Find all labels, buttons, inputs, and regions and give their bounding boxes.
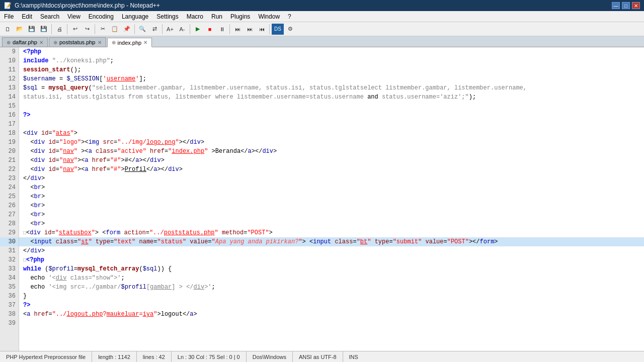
paste-button[interactable]: 📌 — [121, 24, 132, 35]
pause-button[interactable]: ⏸ — [216, 24, 227, 35]
code-line-27: <br> — [19, 210, 644, 219]
redo-button[interactable]: ↪ — [82, 24, 93, 35]
line-num-13: 13 — [0, 83, 19, 93]
print-button[interactable]: 🖨 — [54, 24, 65, 35]
code-area[interactable]: <?php include "../koneksi.php"; session_… — [19, 47, 644, 351]
menu-help[interactable]: ? — [284, 11, 295, 22]
stop-button[interactable]: ■ — [204, 24, 215, 35]
line-num-9: 9 — [0, 47, 19, 56]
code-line-29: □<div id="statusbox"> <form action="../p… — [19, 228, 644, 237]
window-controls[interactable]: — □ ✕ — [612, 2, 640, 9]
menu-bar: File Edit Search View Encoding Language … — [0, 11, 644, 22]
code-line-35: echo '<img src=../gambar/$profil[gambar]… — [19, 283, 644, 292]
cut-button[interactable]: ✂ — [97, 24, 108, 35]
code-line-15 — [19, 102, 644, 111]
tab-index-close[interactable]: ✕ — [143, 40, 147, 45]
sep4 — [134, 24, 135, 34]
line-num-19: 19 — [0, 138, 19, 147]
menu-settings[interactable]: Settings — [152, 11, 182, 22]
step-button[interactable]: ⏭ — [232, 24, 243, 35]
menu-view[interactable]: View — [63, 11, 85, 22]
open-button[interactable]: 📂 — [14, 24, 25, 35]
maximize-button[interactable]: □ — [622, 2, 630, 9]
menu-macro[interactable]: Macro — [183, 11, 207, 22]
line-num-32: 32 — [0, 255, 19, 264]
status-length: length : 1142 — [92, 351, 137, 362]
code-line-33: while ($profil=mysql_fetch_array($sql)) … — [19, 264, 644, 274]
tab-daftar-close[interactable]: ✕ — [39, 40, 43, 45]
code-line-30: <input class="st" type="text" name="stat… — [19, 237, 644, 246]
new-button[interactable]: 🗋 — [2, 24, 13, 35]
status-lines: lines : 42 — [137, 351, 172, 362]
title-bar: 📝 G:\xampp\htdocs\project\home\index.php… — [0, 0, 644, 11]
find-button[interactable]: 🔍 — [137, 24, 148, 35]
status-filetype: PHP Hypertext Preprocessor file — [0, 351, 92, 362]
code-line-14: status.isi, status.tglstatus from status… — [19, 93, 644, 102]
tab-poststatus[interactable]: ⊕ poststatus.php ✕ — [49, 37, 106, 47]
menu-search[interactable]: Search — [36, 11, 63, 22]
code-line-20: <div id="nav" ><a class="active" href="i… — [19, 147, 644, 156]
minimize-button[interactable]: — — [612, 2, 620, 9]
sep1 — [51, 24, 52, 34]
menu-run[interactable]: Run — [207, 11, 226, 22]
line-num-31: 31 — [0, 246, 19, 255]
line-num-30: 30 — [0, 237, 19, 246]
menu-plugins[interactable]: Plugins — [226, 11, 254, 22]
code-line-36: } — [19, 292, 644, 301]
menu-encoding[interactable]: Encoding — [85, 11, 118, 22]
code-line-16: ?> — [19, 111, 644, 120]
window-title: G:\xampp\htdocs\project\home\index.php -… — [15, 2, 160, 9]
sep7 — [229, 24, 230, 34]
line-num-34: 34 — [0, 274, 19, 283]
ds-button[interactable]: DS — [272, 24, 284, 35]
sep2 — [67, 24, 67, 34]
run-button[interactable]: ▶ — [192, 24, 203, 35]
sep8 — [269, 24, 270, 34]
editor[interactable]: 9 10 11 12 13 14 15 16 17 18 19 20 21 22… — [0, 47, 644, 351]
line-num-16: 16 — [0, 111, 19, 120]
extra-button[interactable]: ⚙ — [285, 24, 296, 35]
zoom-out-button[interactable]: A- — [177, 24, 188, 35]
step2-button[interactable]: ⏭ — [244, 24, 255, 35]
line-num-17: 17 — [0, 120, 19, 129]
line-num-24: 24 — [0, 183, 19, 192]
sep6 — [190, 24, 190, 34]
tab-index-label: index.php — [118, 40, 142, 46]
tab-poststatus-close[interactable]: ✕ — [98, 40, 102, 45]
undo-button[interactable]: ↩ — [69, 24, 80, 35]
menu-edit[interactable]: Edit — [18, 11, 36, 22]
line-num-38: 38 — [0, 310, 19, 319]
code-line-10: include "../koneksi.php"; — [19, 56, 644, 65]
code-line-28: <br> — [19, 219, 644, 228]
line-num-27: 27 — [0, 210, 19, 219]
code-line-39 — [19, 319, 644, 328]
line-num-35: 35 — [0, 283, 19, 292]
close-button[interactable]: ✕ — [632, 2, 640, 9]
toolbar: 🗋 📂 💾 💾 🖨 ↩ ↪ ✂ 📋 📌 🔍 ⇄ A+ A- ▶ ■ ⏸ ⏭ ⏭ … — [0, 22, 644, 36]
tab-daftar[interactable]: ⊕ daftar.php ✕ — [2, 37, 48, 47]
code-line-12: $username = $_SESSION['username']; — [19, 74, 644, 83]
code-line-37: ?> — [19, 301, 644, 310]
replace-button[interactable]: ⇄ — [149, 24, 160, 35]
menu-file[interactable]: File — [0, 11, 18, 22]
line-num-26: 26 — [0, 201, 19, 210]
tab-index[interactable]: ⊕ index.php ✕ — [107, 38, 152, 47]
line-num-28: 28 — [0, 219, 19, 228]
menu-language[interactable]: Language — [118, 11, 152, 22]
step3-button[interactable]: ⏮ — [256, 24, 267, 35]
save-all-button[interactable]: 💾 — [38, 24, 49, 35]
code-line-26: <br> — [19, 201, 644, 210]
code-line-34: echo '<div class="show">'; — [19, 274, 644, 283]
save-button[interactable]: 💾 — [26, 24, 37, 35]
code-line-21: <div id="nav"><a href="#">#</a></div> — [19, 156, 644, 165]
menu-window[interactable]: Window — [254, 11, 284, 22]
line-num-29: 29 — [0, 228, 19, 237]
copy-button[interactable]: 📋 — [109, 24, 120, 35]
code-line-19: <div id="logo"><img src="../img/logo.png… — [19, 138, 644, 147]
code-line-9: <?php — [19, 47, 644, 56]
line-num-22: 22 — [0, 165, 19, 174]
line-num-12: 12 — [0, 74, 19, 83]
code-line-32: □<?php — [19, 255, 644, 264]
zoom-in-button[interactable]: A+ — [165, 24, 176, 35]
line-numbers: 9 10 11 12 13 14 15 16 17 18 19 20 21 22… — [0, 47, 19, 351]
